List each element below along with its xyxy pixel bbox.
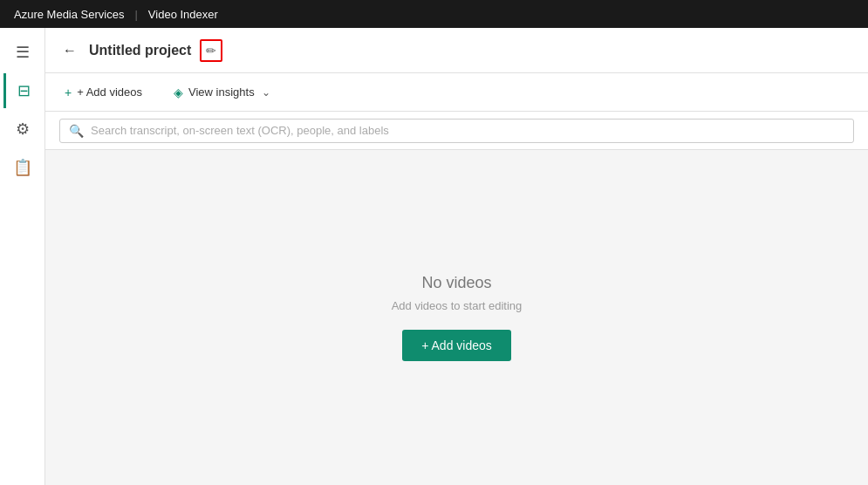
video-index-icon: ⊟ <box>17 83 31 99</box>
no-videos-title: No videos <box>421 274 491 292</box>
service-title: Azure Media Services <box>14 8 124 21</box>
sidebar-item-filters[interactable]: ⚙ <box>3 112 42 147</box>
view-insights-label: View insights <box>188 85 255 99</box>
library-icon: 📋 <box>13 160 32 175</box>
edit-project-name-button[interactable]: ✏ <box>200 39 222 62</box>
pencil-icon: ✏ <box>206 44 216 58</box>
project-header: ← Untitled project ✏ <box>45 28 868 73</box>
empty-state: No videos Add videos to start editing + … <box>45 150 868 485</box>
filters-icon: ⚙ <box>16 121 30 137</box>
add-videos-button[interactable]: + + Add videos <box>59 82 147 103</box>
product-title: Video Indexer <box>148 8 218 21</box>
toolbar: + + Add videos ◈ View insights ⌄ <box>45 73 868 112</box>
search-input[interactable] <box>91 124 844 137</box>
insights-icon: ◈ <box>174 85 183 99</box>
plus-icon: + <box>65 85 72 99</box>
add-videos-label: + Add videos <box>77 85 142 99</box>
top-bar-divider: | <box>134 8 137 21</box>
main-layout: ☰ ⊟ ⚙ 📋 ← Untitled project ✏ + + Add vid… <box>0 28 868 485</box>
search-bar: 🔍 <box>45 112 868 150</box>
menu-icon: ☰ <box>16 44 30 60</box>
top-bar: Azure Media Services | Video Indexer <box>0 0 868 28</box>
sidebar-item-library[interactable]: 📋 <box>3 150 42 185</box>
add-videos-empty-button[interactable]: + Add videos <box>402 330 511 361</box>
project-title: Untitled project <box>89 43 191 58</box>
sidebar-item-menu[interactable]: ☰ <box>3 35 42 70</box>
sidebar-item-video-index[interactable]: ⊟ <box>3 73 42 108</box>
search-input-wrapper[interactable]: 🔍 <box>59 119 854 143</box>
chevron-down-icon: ⌄ <box>262 86 270 99</box>
search-icon: 🔍 <box>69 124 84 138</box>
no-videos-subtitle: Add videos to start editing <box>392 299 523 312</box>
back-button[interactable]: ← <box>59 39 80 62</box>
content-area: ← Untitled project ✏ + + Add videos ◈ Vi… <box>45 28 868 485</box>
view-insights-button[interactable]: ◈ View insights ⌄ <box>168 82 276 103</box>
sidebar: ☰ ⊟ ⚙ 📋 <box>0 28 45 485</box>
